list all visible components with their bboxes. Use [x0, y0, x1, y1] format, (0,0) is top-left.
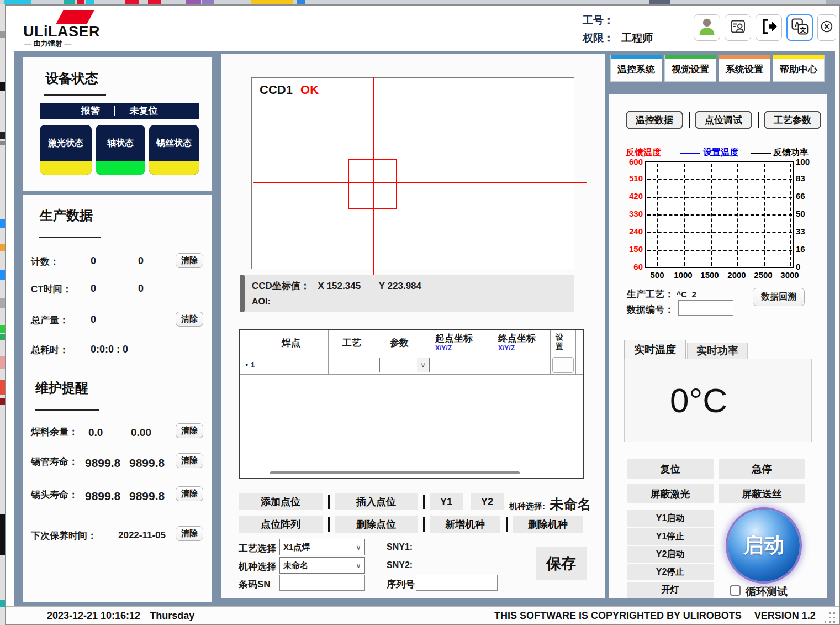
- ct-time-value-2: 0: [138, 283, 144, 295]
- y-right-tick: 16: [796, 244, 817, 254]
- employee-id-label: 工号：: [583, 14, 614, 26]
- axis-status-label: 轴状态: [107, 138, 134, 149]
- permission-label: 权限：: [583, 32, 614, 44]
- save-button[interactable]: 保存: [536, 547, 587, 580]
- ccd-status-ok: OK: [300, 83, 319, 97]
- tab-temperature-system[interactable]: 温控系统: [610, 55, 662, 82]
- y-left-tick: 330: [622, 209, 643, 218]
- tab-help-center[interactable]: 帮助中心: [773, 55, 825, 82]
- mask-laser-button[interactable]: 屏蔽激光: [627, 484, 714, 503]
- add-point-button[interactable]: 添加点位: [239, 493, 323, 510]
- resize-grip[interactable]: [829, 612, 831, 614]
- close-app-button[interactable]: [817, 14, 836, 41]
- model-select-dropdown[interactable]: 未命名 ∨: [279, 557, 365, 574]
- not-reset-label: 未复位: [130, 104, 158, 117]
- tab-system-settings-label: 系统设置: [719, 59, 770, 81]
- clear-output-button[interactable]: 清除: [176, 312, 203, 327]
- point-array-button[interactable]: 点位阵列: [239, 516, 323, 533]
- insert-point-button[interactable]: 插入点位: [335, 493, 418, 510]
- ccd-coord-label: CCD坐标值：: [252, 281, 310, 291]
- temp-data-button[interactable]: 温控数据: [626, 111, 683, 129]
- table-hscrollbar[interactable]: [270, 471, 520, 474]
- app-logo: ULiLASER — 由力镭射 —: [23, 10, 98, 46]
- alarm-status-bar: 报警 未复位: [40, 103, 199, 119]
- clear-tube-button[interactable]: 清除: [176, 453, 203, 468]
- light-on-button[interactable]: 开灯: [627, 582, 714, 598]
- process-param-button[interactable]: 工艺参数: [764, 111, 821, 129]
- axis-status-card[interactable]: 轴状态: [96, 125, 145, 175]
- data-number-input[interactable]: [678, 300, 733, 316]
- clear-maintain-button[interactable]: 清除: [176, 526, 203, 541]
- separator: [689, 112, 690, 128]
- barcode-input[interactable]: [279, 575, 365, 591]
- new-model-button[interactable]: 新增机种: [430, 516, 500, 533]
- status-weekday: Thursday: [150, 610, 194, 621]
- tab-help-center-label: 帮助中心: [773, 59, 824, 81]
- device-status-title: 设备状态: [45, 70, 98, 87]
- cycle-test-checkbox[interactable]: [730, 585, 741, 596]
- realtime-temperature-value: 0°C: [670, 381, 727, 420]
- clear-count-button[interactable]: 清除: [176, 253, 203, 268]
- delete-point-button[interactable]: 删除点位: [335, 516, 418, 533]
- ccd-y-value: Y 223.984: [379, 281, 421, 291]
- serial-input[interactable]: [416, 575, 498, 591]
- row-marker-icon: ●: [245, 362, 248, 367]
- ccd-coordinates-bar: CCD坐标值： X 152.345 Y 223.984 AOI:: [240, 275, 574, 312]
- col-header-point: 焊点: [282, 337, 300, 349]
- status-version: VERSION 1.2: [754, 610, 816, 621]
- clear-tip-button[interactable]: 清除: [176, 486, 203, 501]
- point-debug-button[interactable]: 点位调试: [695, 111, 752, 129]
- wire-status-label: 锡丝状态: [156, 138, 192, 149]
- tab-vision-settings[interactable]: 视觉设置: [664, 55, 716, 82]
- solder-remain-label: 焊料余量：: [31, 427, 78, 437]
- tab-realtime-power[interactable]: 实时功率: [687, 343, 748, 359]
- x-tick: 2000: [723, 270, 750, 280]
- ccd-camera-view[interactable]: [251, 77, 574, 269]
- separator: [758, 112, 759, 128]
- y1-stop-button[interactable]: Y1停止: [627, 528, 714, 545]
- tab-realtime-temp[interactable]: 实时温度: [624, 340, 686, 359]
- x-tick: 2500: [750, 270, 776, 280]
- start-button[interactable]: 启动: [728, 510, 800, 581]
- delete-model-button[interactable]: 删除机种: [513, 516, 583, 533]
- laser-status-card[interactable]: 激光状态: [40, 125, 92, 175]
- next-maintain-label: 下次保养时间：: [31, 531, 97, 541]
- ccd-x-value: X 152.345: [318, 281, 361, 291]
- y1-button[interactable]: Y1: [430, 493, 463, 510]
- param-cell-dropdown[interactable]: ∨: [379, 358, 430, 372]
- wire-status-card[interactable]: 锡丝状态: [149, 125, 199, 175]
- user-avatar-button[interactable]: [694, 14, 720, 41]
- tab-system-settings[interactable]: 系统设置: [719, 55, 770, 82]
- y-right-tick: 66: [796, 191, 817, 201]
- cycle-test-label: 循环测试: [746, 585, 788, 599]
- model-select-value: 未命名: [550, 496, 591, 512]
- y1-start-button[interactable]: Y1启动: [627, 510, 714, 527]
- logout-button[interactable]: [756, 14, 782, 41]
- status-copyright: THIS SOFTWARE IS COPYRIGHTED BY ULIROBOT…: [494, 610, 742, 621]
- tube-life-value-1: 9899.8: [85, 456, 120, 470]
- process-select[interactable]: X1点焊 ∨: [279, 539, 365, 555]
- setting-cell-button[interactable]: [552, 357, 574, 373]
- col-header-start: 起点坐标: [435, 332, 473, 345]
- chevron-down-icon: ∨: [417, 358, 429, 372]
- data-backtrack-button[interactable]: 数据回溯: [753, 288, 805, 306]
- total-time-value: 0:0:0 : 0: [91, 344, 128, 355]
- language-toggle-button[interactable]: A文: [786, 14, 813, 41]
- user-info-button[interactable]: [725, 14, 751, 41]
- clear-solder-button[interactable]: 清除: [176, 423, 203, 438]
- col-header-setting: 设置: [556, 333, 564, 351]
- tip-life-label: 锡头寿命：: [31, 490, 78, 500]
- sny1-label: SNY1:: [387, 542, 413, 552]
- ccd-bar-accent: [240, 275, 245, 312]
- solder-remain-value-2: 0.00: [131, 427, 151, 439]
- y-left-tick: 240: [622, 227, 643, 236]
- separator: [423, 495, 425, 509]
- y2-stop-button[interactable]: Y2停止: [627, 564, 714, 580]
- mask-wire-button[interactable]: 屏蔽送丝: [719, 484, 805, 503]
- y2-start-button[interactable]: Y2启动: [627, 546, 714, 563]
- col-subheader-end-xyz: X/Y/Z: [498, 344, 515, 352]
- estop-button[interactable]: 急停: [719, 459, 805, 479]
- device-status-panel: 设备状态 报警 未复位 激光状态 轴状态 锡丝状态: [23, 57, 212, 191]
- reset-button[interactable]: 复位: [627, 459, 714, 479]
- y2-button[interactable]: Y2: [471, 493, 504, 510]
